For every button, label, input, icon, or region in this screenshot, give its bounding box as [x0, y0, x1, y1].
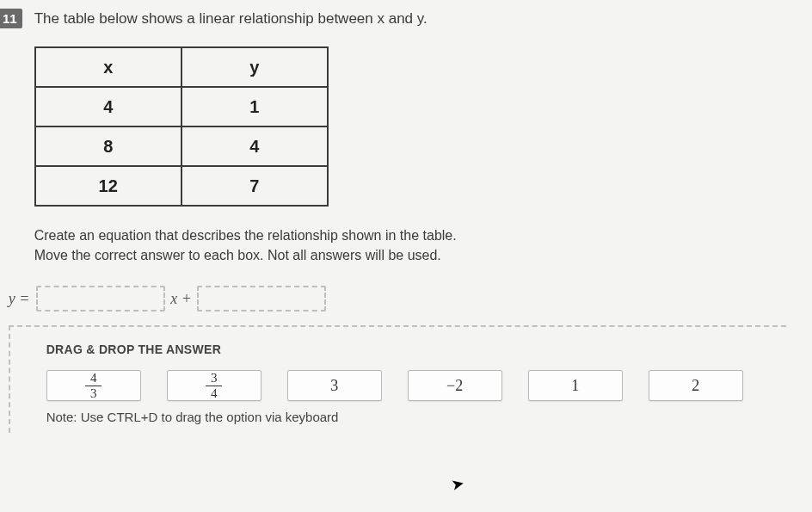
option-3-over-4[interactable]: 3 4	[167, 370, 261, 401]
equation-middle: x +	[170, 290, 192, 308]
table-row: 8 4	[35, 126, 328, 166]
option-3[interactable]: 3	[287, 370, 382, 401]
instructions-line2: Move the correct answer to each box. Not…	[34, 248, 441, 262]
question-number-badge: 11	[0, 9, 22, 28]
table-cell: 4	[181, 126, 328, 166]
option-neg2[interactable]: −2	[408, 370, 502, 401]
top-row: 11 The table below shows a linear relati…	[0, 10, 786, 433]
fraction-icon: 4 3	[85, 372, 102, 400]
option-1[interactable]: 1	[528, 370, 623, 401]
equation-prefix: y =	[9, 290, 30, 308]
instructions-line1: Create an equation that describes the re…	[34, 228, 457, 243]
question-content: The table below shows a linear relations…	[34, 10, 786, 433]
drag-drop-section: DRAG & DROP THE ANSWER 4 3 3 4	[9, 325, 786, 433]
table-cell: 1	[181, 87, 328, 126]
table-cell: 4	[35, 87, 181, 126]
table-header-x: x	[35, 47, 181, 87]
dropzone-slope[interactable]	[36, 286, 165, 312]
option-2[interactable]: 2	[649, 370, 743, 401]
table-row: 12 7	[35, 166, 328, 206]
fraction-icon: 3 4	[206, 372, 223, 400]
equation-row: y = x +	[9, 286, 786, 312]
table-cell: 12	[35, 166, 181, 206]
keyboard-note: Note: Use CTRL+D to drag the option via …	[46, 410, 767, 424]
drag-drop-title: DRAG & DROP THE ANSWER	[46, 342, 767, 356]
dropzone-intercept[interactable]	[197, 286, 326, 312]
table-header-y: y	[181, 47, 328, 87]
table-cell: 7	[181, 166, 328, 206]
mouse-cursor-icon: ➤	[450, 474, 466, 496]
table-row: 4 1	[35, 87, 328, 126]
table-cell: 8	[35, 126, 181, 166]
options-row: 4 3 3 4 3 −2 1 2	[46, 370, 767, 401]
question-page: 11 The table below shows a linear relati…	[0, 0, 812, 443]
option-4-over-3[interactable]: 4 3	[46, 370, 141, 401]
data-table: x y 4 1 8 4 12 7	[34, 46, 329, 207]
instructions: Create an equation that describes the re…	[34, 225, 786, 265]
question-prompt: The table below shows a linear relations…	[34, 10, 786, 28]
